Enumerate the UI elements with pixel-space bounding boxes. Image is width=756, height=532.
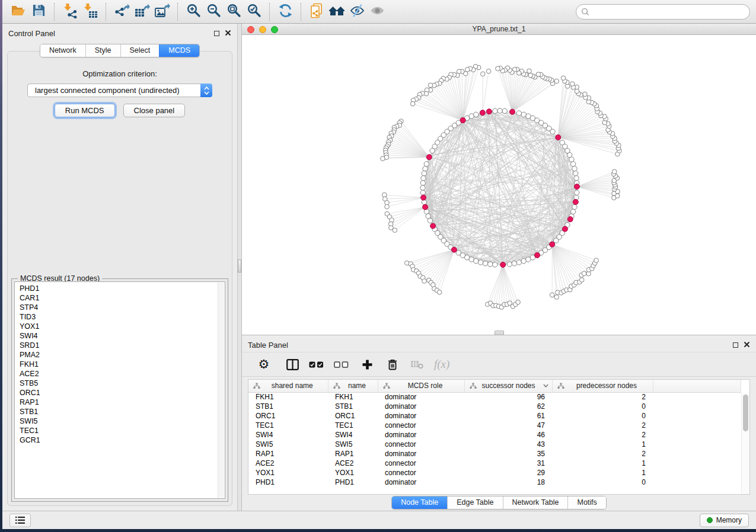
refresh-layout-button[interactable]: [275, 2, 295, 21]
table-cell[interactable]: connector: [378, 459, 464, 468]
mcds-result-item[interactable]: YOX1: [20, 322, 225, 331]
mcds-result-item[interactable]: RAP1: [20, 398, 225, 407]
table-cell[interactable]: 0: [552, 477, 653, 487]
table-cell[interactable]: 1: [552, 459, 653, 468]
search-input[interactable]: [576, 4, 750, 20]
import-table-button[interactable]: [80, 2, 100, 21]
table-row[interactable]: FKH1FKH1dominator962: [248, 392, 741, 402]
table-row[interactable]: ACE2ACE2connector311: [248, 459, 741, 468]
mcds-result-item[interactable]: FKH1: [20, 360, 225, 369]
mcds-result-item[interactable]: SWI4: [20, 331, 225, 341]
table-cell[interactable]: SWI4: [328, 430, 378, 440]
table-cell[interactable]: TEC1: [328, 421, 378, 430]
mcds-result-item[interactable]: TEC1: [20, 426, 225, 435]
tab-node-table[interactable]: Node Table: [392, 496, 447, 509]
network-home-button[interactable]: [327, 2, 347, 21]
table-cell[interactable]: YOX1: [248, 468, 328, 477]
mcds-hub-node[interactable]: [480, 110, 485, 116]
table-cell[interactable]: ACE2: [328, 459, 378, 468]
tab-select[interactable]: Select: [120, 44, 160, 57]
show-column-button[interactable]: [283, 355, 301, 373]
table-cell[interactable]: 61: [464, 411, 552, 421]
mcds-hub-node[interactable]: [430, 223, 436, 229]
column-header-MCDS-role[interactable]: MCDS role: [378, 380, 464, 392]
table-cell[interactable]: 1: [552, 440, 653, 449]
table-row[interactable]: RAP1RAP1dominator352: [248, 449, 741, 459]
mcds-result-item[interactable]: PMA2: [20, 350, 225, 360]
table-cell[interactable]: 43: [464, 440, 552, 449]
table-row[interactable]: ORC1ORC1dominator610: [248, 411, 741, 421]
mcds-hub-node[interactable]: [567, 217, 573, 222]
mcds-result-item[interactable]: STB1: [20, 407, 225, 416]
zoom-out-button[interactable]: [203, 2, 224, 21]
table-cell[interactable]: YOX1: [328, 468, 378, 477]
close-panel-icon[interactable]: [225, 30, 231, 37]
column-header-successor-nodes[interactable]: successor nodes: [464, 380, 552, 392]
table-cell[interactable]: 47: [464, 421, 552, 430]
mcds-hub-node[interactable]: [423, 204, 428, 210]
node-table[interactable]: shared namenameMCDS rolesuccessor nodesp…: [248, 379, 750, 495]
table-cell[interactable]: dominator: [378, 477, 464, 487]
mcds-result-item[interactable]: STB5: [20, 379, 225, 388]
table-cell[interactable]: 96: [464, 392, 552, 402]
mcds-hub-node[interactable]: [550, 242, 555, 247]
mcds-hub-node[interactable]: [500, 262, 506, 267]
mcds-list-scrollbar[interactable]: [218, 283, 224, 498]
tab-style[interactable]: Style: [85, 44, 120, 57]
horizontal-splitter-grip[interactable]: [495, 331, 504, 335]
mcds-result-item[interactable]: ORC1: [20, 388, 225, 398]
mcds-hub-node[interactable]: [426, 155, 432, 160]
table-cell[interactable]: RAP1: [328, 449, 378, 459]
table-row[interactable]: SWI5SWI5connector431: [248, 440, 741, 449]
table-cell[interactable]: FKH1: [248, 392, 328, 402]
select-all-button[interactable]: [306, 355, 326, 373]
table-cell[interactable]: dominator: [378, 411, 464, 421]
splitter-grip[interactable]: [238, 259, 241, 273]
tab-network[interactable]: Network: [40, 44, 85, 57]
mcds-hub-node[interactable]: [535, 252, 540, 258]
close-traffic-light[interactable]: [247, 26, 254, 33]
hide-details-button[interactable]: [347, 2, 367, 21]
table-cell[interactable]: ORC1: [328, 411, 378, 421]
mcds-hub-node[interactable]: [575, 184, 580, 190]
table-cell[interactable]: connector: [378, 468, 464, 477]
table-cell[interactable]: FKH1: [328, 392, 378, 402]
mcds-hub-node[interactable]: [451, 247, 457, 252]
tab-network-table[interactable]: Network Table: [503, 496, 568, 509]
maximize-traffic-light[interactable]: [271, 26, 278, 33]
mcds-result-item[interactable]: TID3: [20, 312, 225, 322]
table-cell[interactable]: ORC1: [248, 411, 328, 421]
table-cell[interactable]: SWI4: [248, 430, 328, 440]
table-cell[interactable]: PHD1: [328, 477, 378, 487]
mcds-hub-node[interactable]: [510, 109, 515, 114]
memory-button[interactable]: Memory: [700, 514, 749, 527]
tab-motifs[interactable]: Motifs: [567, 496, 605, 509]
table-cell[interactable]: 2: [552, 392, 653, 402]
vertical-splitter[interactable]: [237, 24, 242, 511]
table-cell[interactable]: connector: [378, 421, 464, 430]
table-scrollbar[interactable]: [741, 393, 749, 494]
table-cell[interactable]: 2: [552, 421, 653, 430]
tab-mcds[interactable]: MCDS: [159, 44, 199, 57]
mcds-hub-node[interactable]: [486, 109, 492, 114]
export-to-web-button[interactable]: [307, 2, 327, 21]
export-table-button[interactable]: [132, 2, 152, 21]
table-cell[interactable]: STB1: [248, 402, 328, 411]
export-network-button[interactable]: [111, 2, 132, 21]
table-cell[interactable]: 29: [464, 468, 552, 477]
table-cell[interactable]: dominator: [378, 392, 464, 402]
network-graph[interactable]: [242, 35, 756, 335]
table-cell[interactable]: ACE2: [248, 459, 328, 468]
table-cell[interactable]: dominator: [378, 449, 464, 459]
show-details-button[interactable]: [367, 2, 387, 21]
zoom-fit-button[interactable]: [224, 2, 244, 21]
mcds-result-item[interactable]: CAR1: [20, 293, 225, 303]
show-log-button[interactable]: [9, 514, 31, 527]
close-panel-button[interactable]: Close panel: [123, 104, 186, 117]
table-row[interactable]: TEC1TEC1connector472: [248, 421, 741, 430]
table-cell[interactable]: 2: [552, 430, 653, 440]
zoom-in-button[interactable]: [183, 2, 203, 21]
save-session-button[interactable]: [28, 2, 49, 21]
table-cell[interactable]: SWI5: [248, 440, 328, 449]
table-row[interactable]: PHD1PHD1dominator180: [248, 477, 741, 487]
